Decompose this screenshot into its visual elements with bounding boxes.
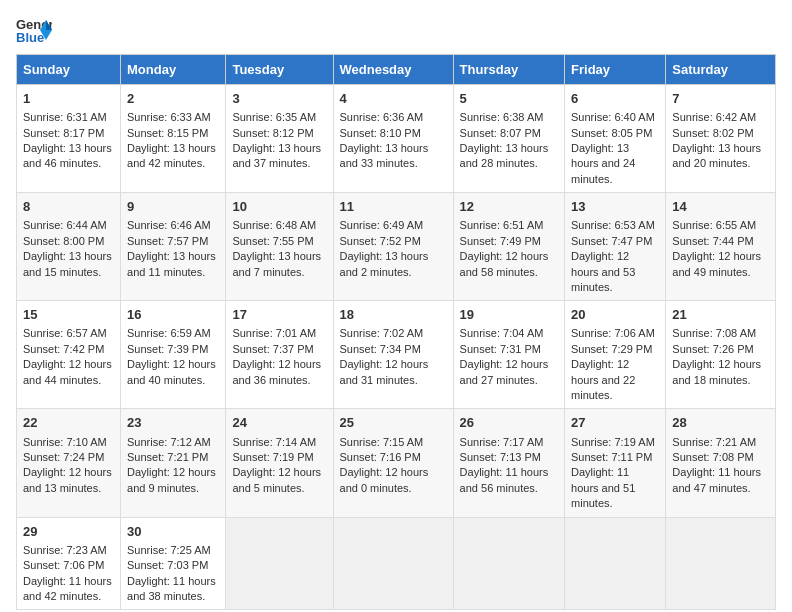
day-number: 7 (672, 90, 769, 108)
day-number: 9 (127, 198, 219, 216)
day-number: 16 (127, 306, 219, 324)
logo-icon: General Blue (16, 16, 52, 44)
day-number: 23 (127, 414, 219, 432)
header: General Blue (16, 16, 776, 44)
day-number: 12 (460, 198, 558, 216)
calendar-cell: 12Sunrise: 6:51 AMSunset: 7:49 PMDayligh… (453, 193, 564, 301)
calendar-cell: 5Sunrise: 6:38 AMSunset: 8:07 PMDaylight… (453, 85, 564, 193)
calendar-cell: 13Sunrise: 6:53 AMSunset: 7:47 PMDayligh… (565, 193, 666, 301)
calendar-cell: 22Sunrise: 7:10 AMSunset: 7:24 PMDayligh… (17, 409, 121, 517)
calendar-cell: 8Sunrise: 6:44 AMSunset: 8:00 PMDaylight… (17, 193, 121, 301)
logo: General Blue (16, 16, 52, 44)
day-number: 19 (460, 306, 558, 324)
day-number: 11 (340, 198, 447, 216)
calendar-cell: 9Sunrise: 6:46 AMSunset: 7:57 PMDaylight… (121, 193, 226, 301)
column-header-friday: Friday (565, 55, 666, 85)
calendar-cell: 17Sunrise: 7:01 AMSunset: 7:37 PMDayligh… (226, 301, 333, 409)
calendar-cell: 7Sunrise: 6:42 AMSunset: 8:02 PMDaylight… (666, 85, 776, 193)
calendar-cell: 26Sunrise: 7:17 AMSunset: 7:13 PMDayligh… (453, 409, 564, 517)
column-header-wednesday: Wednesday (333, 55, 453, 85)
calendar-cell: 29Sunrise: 7:23 AMSunset: 7:06 PMDayligh… (17, 517, 121, 610)
day-number: 4 (340, 90, 447, 108)
column-header-row: SundayMondayTuesdayWednesdayThursdayFrid… (17, 55, 776, 85)
calendar-cell: 15Sunrise: 6:57 AMSunset: 7:42 PMDayligh… (17, 301, 121, 409)
svg-text:Blue: Blue (16, 30, 44, 44)
day-number: 13 (571, 198, 659, 216)
day-number: 29 (23, 523, 114, 541)
calendar-cell: 25Sunrise: 7:15 AMSunset: 7:16 PMDayligh… (333, 409, 453, 517)
calendar-cell: 1Sunrise: 6:31 AMSunset: 8:17 PMDaylight… (17, 85, 121, 193)
calendar-cell: 23Sunrise: 7:12 AMSunset: 7:21 PMDayligh… (121, 409, 226, 517)
day-number: 15 (23, 306, 114, 324)
day-number: 10 (232, 198, 326, 216)
day-number: 17 (232, 306, 326, 324)
day-number: 30 (127, 523, 219, 541)
column-header-thursday: Thursday (453, 55, 564, 85)
day-number: 24 (232, 414, 326, 432)
day-number: 14 (672, 198, 769, 216)
calendar-cell: 3Sunrise: 6:35 AMSunset: 8:12 PMDaylight… (226, 85, 333, 193)
column-header-monday: Monday (121, 55, 226, 85)
day-number: 28 (672, 414, 769, 432)
day-number: 8 (23, 198, 114, 216)
calendar-week-3: 15Sunrise: 6:57 AMSunset: 7:42 PMDayligh… (17, 301, 776, 409)
day-number: 22 (23, 414, 114, 432)
day-number: 26 (460, 414, 558, 432)
calendar-cell (333, 517, 453, 610)
calendar-cell: 19Sunrise: 7:04 AMSunset: 7:31 PMDayligh… (453, 301, 564, 409)
calendar-cell: 30Sunrise: 7:25 AMSunset: 7:03 PMDayligh… (121, 517, 226, 610)
calendar-week-5: 29Sunrise: 7:23 AMSunset: 7:06 PMDayligh… (17, 517, 776, 610)
calendar-table: SundayMondayTuesdayWednesdayThursdayFrid… (16, 54, 776, 610)
calendar-cell: 2Sunrise: 6:33 AMSunset: 8:15 PMDaylight… (121, 85, 226, 193)
calendar-cell: 14Sunrise: 6:55 AMSunset: 7:44 PMDayligh… (666, 193, 776, 301)
column-header-sunday: Sunday (17, 55, 121, 85)
calendar-cell: 28Sunrise: 7:21 AMSunset: 7:08 PMDayligh… (666, 409, 776, 517)
column-header-saturday: Saturday (666, 55, 776, 85)
calendar-cell: 10Sunrise: 6:48 AMSunset: 7:55 PMDayligh… (226, 193, 333, 301)
calendar-week-2: 8Sunrise: 6:44 AMSunset: 8:00 PMDaylight… (17, 193, 776, 301)
day-number: 3 (232, 90, 326, 108)
calendar-cell: 24Sunrise: 7:14 AMSunset: 7:19 PMDayligh… (226, 409, 333, 517)
calendar-cell (226, 517, 333, 610)
calendar-cell: 18Sunrise: 7:02 AMSunset: 7:34 PMDayligh… (333, 301, 453, 409)
calendar-cell: 11Sunrise: 6:49 AMSunset: 7:52 PMDayligh… (333, 193, 453, 301)
day-number: 18 (340, 306, 447, 324)
calendar-cell: 4Sunrise: 6:36 AMSunset: 8:10 PMDaylight… (333, 85, 453, 193)
calendar-body: 1Sunrise: 6:31 AMSunset: 8:17 PMDaylight… (17, 85, 776, 610)
day-number: 25 (340, 414, 447, 432)
day-number: 2 (127, 90, 219, 108)
calendar-cell (565, 517, 666, 610)
calendar-cell: 6Sunrise: 6:40 AMSunset: 8:05 PMDaylight… (565, 85, 666, 193)
day-number: 5 (460, 90, 558, 108)
calendar-cell: 16Sunrise: 6:59 AMSunset: 7:39 PMDayligh… (121, 301, 226, 409)
calendar-cell (453, 517, 564, 610)
day-number: 27 (571, 414, 659, 432)
calendar-cell: 21Sunrise: 7:08 AMSunset: 7:26 PMDayligh… (666, 301, 776, 409)
calendar-cell: 27Sunrise: 7:19 AMSunset: 7:11 PMDayligh… (565, 409, 666, 517)
calendar-cell (666, 517, 776, 610)
day-number: 6 (571, 90, 659, 108)
day-number: 20 (571, 306, 659, 324)
day-number: 1 (23, 90, 114, 108)
calendar-week-4: 22Sunrise: 7:10 AMSunset: 7:24 PMDayligh… (17, 409, 776, 517)
column-header-tuesday: Tuesday (226, 55, 333, 85)
calendar-cell: 20Sunrise: 7:06 AMSunset: 7:29 PMDayligh… (565, 301, 666, 409)
calendar-week-1: 1Sunrise: 6:31 AMSunset: 8:17 PMDaylight… (17, 85, 776, 193)
day-number: 21 (672, 306, 769, 324)
